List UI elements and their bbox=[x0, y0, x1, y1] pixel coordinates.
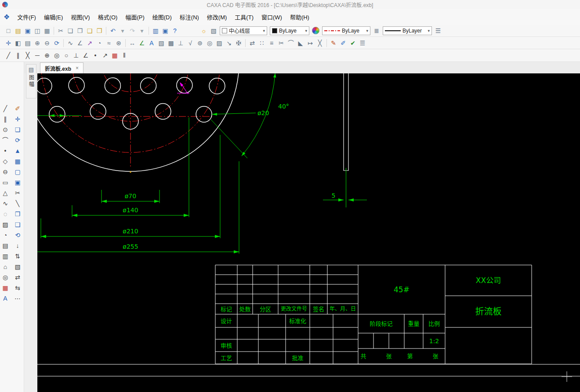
pan-icon[interactable]: ✛ bbox=[4, 38, 13, 48]
contour-tool-icon[interactable]: ◔ bbox=[0, 230, 10, 240]
point-tool-icon[interactable]: • bbox=[0, 145, 10, 156]
region-icon[interactable]: ▩ bbox=[166, 38, 176, 48]
layer-combo[interactable]: 中心线层 ▾ bbox=[220, 26, 267, 35]
more-tool-icon[interactable]: ⋯ bbox=[13, 293, 22, 303]
point-entity[interactable] bbox=[130, 171, 131, 173]
down-tool-icon[interactable]: ↓ bbox=[13, 240, 22, 250]
menu-dimension[interactable]: 标注(N) bbox=[176, 11, 203, 23]
open-file-icon[interactable]: ▤ bbox=[13, 25, 23, 36]
menu-file[interactable]: 文件(F) bbox=[13, 11, 40, 23]
color-palette-icon[interactable] bbox=[312, 27, 319, 34]
list-options-icon[interactable]: ☰ bbox=[358, 38, 367, 48]
paper-frame-icon[interactable]: ▥ bbox=[151, 25, 160, 36]
arc-tool-icon[interactable]: ⌒ bbox=[0, 135, 10, 145]
column-tool-icon[interactable]: ‖ bbox=[120, 51, 129, 61]
target-tool-icon[interactable]: ◎ bbox=[0, 272, 10, 282]
undo-icon[interactable]: ↶ bbox=[108, 25, 118, 36]
leader-arrow-icon[interactable]: ↗ bbox=[85, 38, 94, 48]
color-combo[interactable]: ByLaye ▾ bbox=[270, 26, 309, 35]
dim-linear-icon[interactable]: ↔ bbox=[127, 38, 137, 48]
fillet-icon[interactable]: ⌒ bbox=[286, 38, 296, 48]
line-tool-icon[interactable]: ╱ bbox=[4, 51, 13, 61]
hatch-tool-icon[interactable]: ▨ bbox=[0, 219, 10, 229]
drawing-canvas[interactable]: ø70 ø140 ø210 ø255 ø20 40° 5 bbox=[37, 73, 580, 392]
image-icon[interactable]: ▧ bbox=[156, 38, 166, 48]
menu-tools[interactable]: 工具(T) bbox=[231, 11, 257, 23]
parallel-tool-icon[interactable]: ∥ bbox=[13, 51, 23, 61]
zoom-all-icon[interactable]: ▤ bbox=[23, 38, 33, 48]
print-preview-icon[interactable]: ◫ bbox=[33, 25, 42, 36]
dashed-circle-icon[interactable]: ◌ bbox=[0, 209, 10, 219]
library-icon[interactable]: ▣ bbox=[160, 25, 170, 36]
menu-help[interactable]: 帮助(H) bbox=[286, 11, 313, 23]
layer-properties-icon[interactable]: ▧ bbox=[209, 25, 218, 36]
point-tool-icon[interactable]: • bbox=[91, 51, 100, 61]
chamfer-icon[interactable]: ◣ bbox=[296, 38, 305, 48]
doc-tool-icon[interactable]: ❐ bbox=[13, 209, 22, 219]
leader-icon[interactable]: ↘ bbox=[224, 38, 234, 48]
circle-tool-icon[interactable]: ⊙ bbox=[0, 124, 10, 134]
text-tool-icon[interactable]: A bbox=[0, 293, 10, 303]
redo-dropdown-icon[interactable]: ▾ bbox=[137, 25, 147, 36]
sheet-tool-icon[interactable]: ▥ bbox=[0, 251, 10, 261]
linetype-manager-icon[interactable]: ≣ bbox=[372, 25, 381, 36]
perpendicular-icon[interactable]: ⊥ bbox=[71, 51, 81, 61]
redraw-icon[interactable]: ⟳ bbox=[52, 38, 62, 48]
node-edit-icon[interactable]: ⊛ bbox=[114, 38, 123, 48]
cut-icon[interactable]: ✂ bbox=[56, 25, 65, 36]
rotate-tool-icon[interactable]: ⟳ bbox=[13, 135, 22, 145]
rectangle-tool-icon[interactable]: ▭ bbox=[0, 177, 10, 187]
shift-tool-icon[interactable]: ⇆ bbox=[13, 283, 22, 293]
line-tool-icon[interactable]: ╱ bbox=[0, 103, 10, 113]
zoom-out-icon[interactable]: ⊖ bbox=[42, 38, 52, 48]
curve-icon[interactable]: ≈ bbox=[104, 38, 114, 48]
wave-tool-icon[interactable]: ∿ bbox=[0, 198, 10, 208]
spline-icon[interactable]: ∿ bbox=[65, 38, 75, 48]
new-file-icon[interactable]: □ bbox=[4, 25, 13, 36]
circle-center-icon[interactable]: ⊕ bbox=[42, 51, 52, 61]
move-tool-icon[interactable]: ✛ bbox=[13, 114, 22, 124]
print-icon[interactable]: ▦ bbox=[42, 25, 52, 36]
save-icon[interactable]: ▣ bbox=[23, 25, 33, 36]
roughness-icon[interactable]: √ bbox=[185, 38, 195, 48]
triangle-tool-icon[interactable]: △ bbox=[0, 188, 10, 198]
segment-tool-icon[interactable]: ─ bbox=[33, 51, 42, 61]
tangent-circle-icon[interactable]: ○ bbox=[62, 51, 71, 61]
document-tab[interactable]: 折流板.exb × bbox=[40, 62, 83, 73]
menu-view[interactable]: 视图(V) bbox=[67, 11, 94, 23]
sort-tool-icon[interactable]: ⇅ bbox=[13, 251, 22, 261]
arc-3pt-icon[interactable]: ◔ bbox=[94, 38, 104, 48]
offset-icon[interactable]: ≡ bbox=[267, 38, 276, 48]
menu-window[interactable]: 窗口(W) bbox=[257, 11, 286, 23]
text-tool-icon[interactable]: A bbox=[147, 38, 156, 48]
symbol-icon[interactable]: ✠ bbox=[234, 38, 243, 48]
redo-icon[interactable]: ↷ bbox=[127, 25, 137, 36]
paste-icon[interactable]: ❑ bbox=[85, 25, 94, 36]
format-brush-icon[interactable]: ✎ bbox=[329, 38, 338, 48]
trim-icon[interactable]: ✂ bbox=[276, 38, 286, 48]
concentric-circle-icon[interactable]: ◎ bbox=[52, 51, 62, 61]
grid-tool-icon[interactable]: ▤ bbox=[0, 240, 10, 250]
swap-tool-icon[interactable]: ⇄ bbox=[13, 272, 22, 282]
zoom-in-icon[interactable]: ⊕ bbox=[33, 38, 42, 48]
menu-paper[interactable]: 幅面(P) bbox=[121, 11, 148, 23]
verify-icon[interactable]: ✔ bbox=[348, 38, 358, 48]
menu-format[interactable]: 格式(O) bbox=[94, 11, 122, 23]
match-prop-icon[interactable]: ✐ bbox=[338, 38, 348, 48]
angle-line-icon[interactable]: ∠ bbox=[81, 51, 91, 61]
datum-icon[interactable]: ⊥ bbox=[176, 38, 185, 48]
parallel-line-icon[interactable]: ∥ bbox=[0, 114, 10, 124]
stretch-icon[interactable]: ↦ bbox=[305, 38, 315, 48]
paste-special-icon[interactable]: ❒ bbox=[94, 25, 104, 36]
linetype-combo[interactable]: ByLaye ▾ bbox=[322, 26, 370, 35]
plate-outline[interactable] bbox=[37, 73, 348, 171]
break-line-icon[interactable]: ╲ bbox=[13, 198, 22, 208]
menu-edit[interactable]: 编辑(E) bbox=[40, 11, 67, 23]
lineweight-list-icon[interactable]: ☰ bbox=[433, 25, 443, 36]
paper-panel-tab[interactable]: ▤ 图幅 bbox=[26, 64, 36, 98]
intersect-tool-icon[interactable]: ╳ bbox=[23, 51, 33, 61]
frame-tool-icon[interactable]: ▢ bbox=[13, 167, 22, 177]
grid-block-icon[interactable]: ▦ bbox=[13, 156, 22, 166]
undo-dropdown-icon[interactable]: ▾ bbox=[118, 25, 127, 36]
center-mark-icon[interactable]: ◎ bbox=[205, 38, 214, 48]
